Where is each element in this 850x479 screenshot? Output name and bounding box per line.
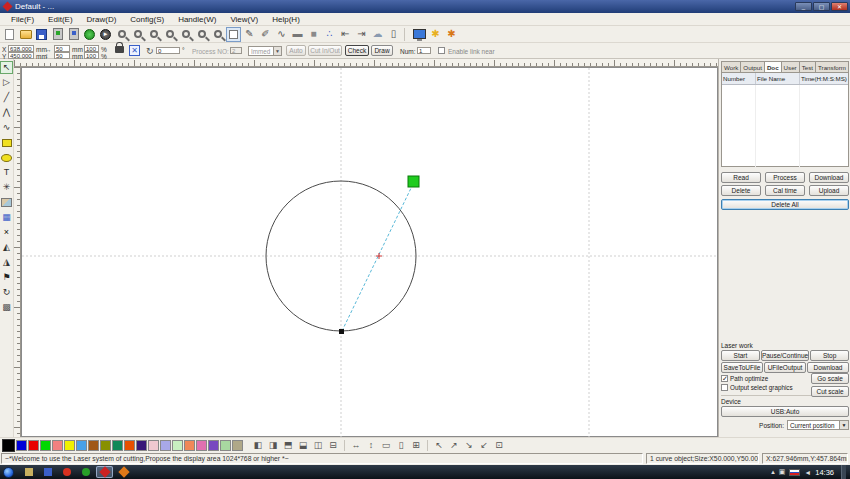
tray-expand-icon[interactable]: ▴ xyxy=(771,468,775,476)
color-swatch-f0c8d0[interactable] xyxy=(148,440,159,451)
ellipse-tool-icon[interactable] xyxy=(0,151,13,164)
color-swatch-108858[interactable] xyxy=(112,440,123,451)
move-top-right-icon[interactable]: ↗ xyxy=(448,439,460,451)
select-tool-icon[interactable]: ↖ xyxy=(0,61,13,74)
curve-tool-icon[interactable]: ∿ xyxy=(0,121,13,134)
aspect-lock-icon[interactable] xyxy=(115,46,124,53)
output-select-checkbox[interactable] xyxy=(721,384,728,391)
savetoufile-button[interactable]: SaveToUFile xyxy=(721,362,763,373)
laser-burst2-icon[interactable]: ✱ xyxy=(444,27,459,42)
angle-input[interactable] xyxy=(156,47,180,54)
width-input[interactable] xyxy=(54,45,70,52)
mirror-vertical-icon[interactable]: ◮ xyxy=(0,256,13,269)
new-file-icon[interactable] xyxy=(2,27,17,42)
go-scale-button[interactable]: Go scale xyxy=(811,373,849,384)
same-width-icon[interactable]: ↔ xyxy=(350,439,362,451)
delete-button[interactable]: Delete xyxy=(721,185,761,196)
text-tool-icon[interactable]: T xyxy=(0,166,13,179)
zoom-out-icon[interactable] xyxy=(114,27,129,42)
align-left-icon[interactable]: ◧ xyxy=(252,439,264,451)
start-output-icon[interactable]: ▸ xyxy=(98,27,113,42)
star-tool-icon[interactable]: ✳ xyxy=(0,181,13,194)
color-swatch-e85000[interactable] xyxy=(124,440,135,451)
color-swatch-a05818[interactable] xyxy=(88,440,99,451)
color-swatch-381878[interactable] xyxy=(136,440,147,451)
align-right-icon[interactable]: ◨ xyxy=(267,439,279,451)
array-output-icon[interactable]: ▩ xyxy=(0,301,13,314)
mirror-horizontal-icon[interactable]: ◭ xyxy=(0,241,13,254)
group-icon[interactable]: ∴ xyxy=(322,27,337,42)
zoom-data-icon[interactable] xyxy=(178,27,193,42)
delete-all-button[interactable]: Delete All xyxy=(721,199,849,210)
zoom-select-icon[interactable] xyxy=(194,27,209,42)
put-to-origin-icon[interactable]: ⚑ xyxy=(0,271,13,284)
minimize-button[interactable]: _ xyxy=(795,2,812,11)
rotate-tool-icon[interactable]: ↻ xyxy=(0,286,13,299)
path-optimize-checkbox[interactable]: ✓ xyxy=(721,375,728,382)
color-swatch-a8d8a0[interactable] xyxy=(220,440,231,451)
width-pct-input[interactable] xyxy=(84,45,99,52)
device-monitor-icon[interactable] xyxy=(412,27,427,42)
height-input[interactable] xyxy=(54,52,70,59)
maximize-button[interactable]: ▢ xyxy=(813,2,830,11)
swap-v-icon[interactable]: ↕ xyxy=(45,52,48,59)
color-swatch-a8a8e8[interactable] xyxy=(160,440,171,451)
color-swatch-000000[interactable] xyxy=(2,439,15,452)
move-top-left-icon[interactable]: ↖ xyxy=(433,439,445,451)
frame-select-icon[interactable] xyxy=(226,27,241,42)
x-input[interactable] xyxy=(8,45,34,52)
save-file-icon[interactable] xyxy=(34,27,49,42)
panel-icon[interactable]: ▯ xyxy=(386,27,401,42)
read-button[interactable]: Read xyxy=(721,172,761,183)
cloud-icon[interactable]: ☁ xyxy=(370,27,385,42)
menu-handle[interactable]: Handle(W) xyxy=(171,15,223,24)
color-swatch-f28080[interactable] xyxy=(52,440,63,451)
num-input[interactable] xyxy=(417,47,431,54)
menu-view[interactable]: View(V) xyxy=(223,15,265,24)
move-center-icon[interactable]: ⊡ xyxy=(493,439,505,451)
stop-button[interactable]: Stop xyxy=(810,350,849,361)
taskbar-app-red-circle[interactable] xyxy=(58,466,75,478)
show-desktop-button[interactable] xyxy=(841,465,846,479)
zoom-page-icon[interactable] xyxy=(162,27,177,42)
color-swatch-0000d8[interactable] xyxy=(16,440,27,451)
laser-burst-icon[interactable]: ✱ xyxy=(428,27,443,42)
distribute-h-icon[interactable]: ▭ xyxy=(380,439,392,451)
path-start-point[interactable] xyxy=(339,329,344,334)
menu-draw[interactable]: Draw(D) xyxy=(80,15,124,24)
ufileoutput-button[interactable]: UFileOutput xyxy=(764,362,806,373)
pen-edit-icon[interactable]: ✐ xyxy=(258,27,273,42)
drawing-canvas[interactable] xyxy=(21,67,718,437)
upload-button[interactable]: Upload xyxy=(809,185,849,196)
color-swatch-e80000[interactable] xyxy=(28,440,39,451)
node-edit-icon[interactable]: ✎ xyxy=(242,27,257,42)
taskbar-app-green[interactable] xyxy=(77,466,94,478)
zoom-in-icon[interactable] xyxy=(130,27,145,42)
fill-icon[interactable]: ■ xyxy=(306,27,321,42)
color-swatch-e070b0[interactable] xyxy=(196,440,207,451)
auto-button[interactable]: Auto xyxy=(286,45,306,56)
laser-head-marker[interactable] xyxy=(408,176,419,187)
volume-icon[interactable]: ◄ xyxy=(804,469,811,476)
download-button[interactable]: Download xyxy=(807,362,849,373)
menu-file[interactable]: File(F) xyxy=(4,15,41,24)
menu-edit[interactable]: Edit(E) xyxy=(41,15,79,24)
taskbar-clock[interactable]: 14:36 xyxy=(815,468,834,477)
draw-button[interactable]: Draw xyxy=(371,45,393,56)
color-swatch-b0a888[interactable] xyxy=(232,440,243,451)
color-swatch-f0f000[interactable] xyxy=(64,440,75,451)
align-endpoint-right-icon[interactable]: ⇥ xyxy=(354,27,369,42)
y-input[interactable] xyxy=(8,52,34,59)
start-button[interactable]: Start xyxy=(721,350,760,361)
color-swatch-889000[interactable] xyxy=(100,440,111,451)
bitmap-tool-icon[interactable] xyxy=(0,196,13,209)
align-center-v-icon[interactable]: ⊟ xyxy=(327,439,339,451)
line-tool-icon[interactable]: ╱ xyxy=(0,91,13,104)
delete-tool-icon[interactable]: × xyxy=(0,226,13,239)
device-button[interactable]: USB:Auto xyxy=(721,406,849,417)
check-button[interactable]: Check xyxy=(345,45,369,56)
udisk-save-icon[interactable] xyxy=(66,27,81,42)
zoom-window-icon[interactable] xyxy=(146,27,161,42)
taskbar-app-orange[interactable] xyxy=(115,466,132,478)
move-bottom-right-icon[interactable]: ↘ xyxy=(463,439,475,451)
